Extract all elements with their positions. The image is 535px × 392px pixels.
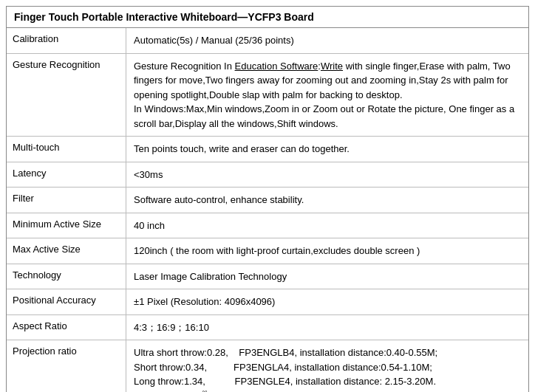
table-row: Aspect Ratio 4:3；16:9；16:10 <box>7 315 528 341</box>
row-value-aspect-ratio: 4:3；16:9；16:10 <box>126 315 528 340</box>
row-value-multitouch: Ten points touch, write and eraser can d… <box>126 137 528 162</box>
table-row: Calibration Automatic(5s) / Manual (25/3… <box>7 28 528 54</box>
table-row: Latency <30ms <box>7 162 528 188</box>
row-value-technology: Laser Image Calibration Technology <box>126 264 528 289</box>
row-value-projection-ratio: Ultra short throw:0.28, FP3ENGLB4, insta… <box>126 340 528 392</box>
table-row: Filter Software auto-control, enhance st… <box>7 188 528 213</box>
row-label-filter: Filter <box>7 188 126 213</box>
row-value-min-active: 40 inch <box>126 213 528 238</box>
row-label-projection-ratio: Projection ratio <box>7 340 126 392</box>
row-value-gesture: Gesture Recognition In Education Softwar… <box>126 54 528 137</box>
row-value-latency: <30ms <box>126 162 528 188</box>
row-value-max-active: 120inch ( the room with light-proof curt… <box>126 238 528 264</box>
row-label-aspect-ratio: Aspect Ratio <box>7 315 126 340</box>
row-label-latency: Latency <box>7 162 126 188</box>
row-label-technology: Technology <box>7 264 126 289</box>
row-label-positional-accuracy: Positional Accuracy <box>7 289 126 314</box>
table-row: Gesture Recognition Gesture Recognition … <box>7 54 528 137</box>
row-label-calibration: Calibration <box>7 28 126 53</box>
row-label-max-active: Max Active Size <box>7 238 126 264</box>
row-label-gesture: Gesture Recognition <box>7 54 126 137</box>
table-row: Max Active Size 120inch ( the room with … <box>7 238 528 264</box>
table-row: Multi-touch Ten points touch, write and … <box>7 137 528 162</box>
row-value-calibration: Automatic(5s) / Manual (25/36 points) <box>126 28 528 53</box>
spec-table: Finger Touch Portable Interactive Whiteb… <box>6 6 529 392</box>
table-title: Finger Touch Portable Interactive Whiteb… <box>7 7 528 28</box>
table-row: Positional Accuracy ±1 Pixel (Resolution… <box>7 289 528 315</box>
table-row: Projection ratio Ultra short throw:0.28,… <box>7 340 528 392</box>
row-value-positional-accuracy: ±1 Pixel (Resolution: 4096x4096) <box>126 289 528 314</box>
row-label-min-active: Minimum Active Size <box>7 213 126 238</box>
table-row: Minimum Active Size 40 inch <box>7 213 528 239</box>
table-row: Technology Laser Image Calibration Techn… <box>7 264 528 290</box>
row-label-multitouch: Multi-touch <box>7 137 126 162</box>
row-value-filter: Software auto-control, enhance stability… <box>126 188 528 213</box>
